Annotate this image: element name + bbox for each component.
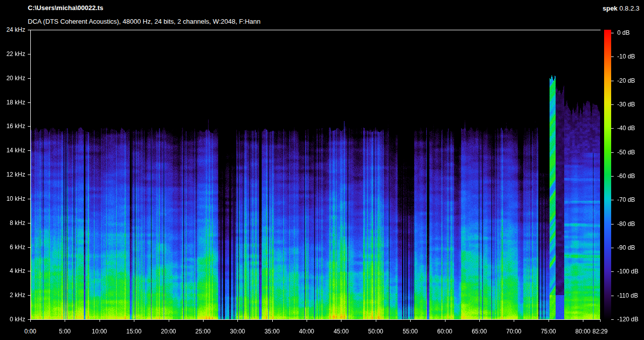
time-tick-label: 55:00 [399, 328, 421, 335]
time-tick-label: 65:00 [468, 328, 490, 335]
app-version: 0.8.2.3 [619, 5, 639, 12]
db-tick-mark [611, 248, 614, 248]
db-tick-label: 0 dB [617, 29, 630, 36]
db-tick-label: -120 dB [617, 316, 638, 323]
db-tick-mark [611, 224, 614, 224]
time-tick-mark [479, 320, 480, 322]
time-tick-label: 50:00 [365, 328, 387, 335]
db-tick-mark [611, 81, 614, 81]
db-tick-mark [611, 56, 614, 57]
db-legend-gradient-bar [604, 30, 611, 320]
time-tick-mark [514, 320, 514, 322]
time-tick-mark [169, 320, 169, 322]
time-tick-label: 45:00 [330, 328, 352, 335]
db-tick-label: -100 dB [617, 268, 638, 275]
time-tick-mark [100, 320, 100, 322]
freq-tick-mark [28, 102, 30, 103]
time-axis-line [30, 319, 601, 320]
db-tick-mark [611, 200, 614, 200]
time-tick-label: 0:00 [19, 328, 41, 335]
db-tick-label: -90 dB [617, 244, 635, 251]
file-path-title: C:\Users\micha\00022.ts [28, 4, 104, 12]
time-tick-mark [410, 320, 411, 322]
db-tick-mark [611, 176, 614, 177]
freq-tick-label: 8 kHz [0, 219, 25, 226]
time-tick-label: 82:29 [589, 328, 611, 335]
time-tick-mark [600, 320, 601, 322]
time-tick-label: 10:00 [88, 328, 111, 335]
freq-tick-label: 24 kHz [0, 26, 25, 33]
time-tick-mark [583, 320, 583, 322]
freq-tick-label: 6 kHz [0, 244, 25, 251]
time-tick-label: 5:00 [54, 328, 76, 335]
freq-tick-mark [28, 126, 30, 127]
time-tick-mark [237, 320, 238, 322]
db-tick-mark [611, 152, 614, 153]
db-tick-mark [611, 128, 614, 129]
stream-info-text: DCA (DTS Coherent Acoustics), 48000 Hz, … [28, 18, 261, 25]
time-tick-label: 20:00 [158, 328, 180, 335]
time-tick-mark [203, 320, 204, 322]
db-tick-label: -30 dB [617, 101, 635, 108]
time-tick-mark [134, 320, 134, 322]
time-tick-label: 60:00 [434, 328, 456, 335]
time-tick-label: 75:00 [537, 328, 560, 335]
time-tick-mark [307, 320, 307, 322]
freq-tick-mark [28, 271, 30, 271]
freq-tick-label: 18 kHz [0, 99, 25, 106]
spectrogram-canvas [30, 30, 600, 319]
time-tick-mark [30, 320, 31, 322]
time-tick-label: 70:00 [503, 328, 525, 335]
freq-tick-label: 4 kHz [0, 267, 25, 274]
freq-axis-line [30, 30, 31, 320]
time-tick-mark [65, 320, 65, 322]
db-tick-mark [611, 319, 614, 320]
time-tick-mark [549, 320, 549, 322]
db-tick-label: -70 dB [617, 196, 635, 203]
time-tick-mark [376, 320, 376, 322]
time-tick-label: 30:00 [226, 328, 249, 335]
freq-tick-label: 14 kHz [0, 147, 25, 154]
time-tick-label: 40:00 [295, 328, 318, 335]
freq-tick-label: 0 kHz [0, 316, 25, 323]
db-tick-label: -80 dB [617, 220, 635, 228]
freq-tick-label: 22 kHz [0, 50, 25, 58]
db-tick-mark [611, 33, 614, 33]
freq-tick-mark [28, 247, 30, 248]
db-tick-label: -60 dB [617, 173, 635, 180]
db-tick-label: -10 dB [617, 53, 635, 60]
db-tick-label: -20 dB [617, 77, 635, 84]
time-tick-mark [272, 320, 273, 322]
app-brand: spek 0.8.2.3 [603, 5, 639, 12]
freq-tick-label: 2 kHz [0, 292, 25, 299]
db-tick-label: -50 dB [617, 149, 635, 156]
time-tick-mark [341, 320, 341, 322]
freq-tick-label: 20 kHz [0, 75, 25, 82]
time-tick-mark [445, 320, 445, 322]
db-tick-mark [611, 296, 614, 296]
db-tick-label: -110 dB [617, 292, 638, 299]
db-tick-mark [611, 104, 614, 105]
freq-tick-mark [28, 54, 30, 54]
freq-tick-label: 12 kHz [0, 171, 25, 178]
time-tick-label: 25:00 [192, 328, 214, 335]
time-tick-label: 15:00 [123, 328, 145, 335]
freq-tick-mark [28, 295, 30, 296]
freq-tick-mark [28, 199, 30, 199]
app-name: spek [603, 5, 618, 12]
plot-top-border [30, 30, 601, 30]
freq-tick-mark [28, 223, 30, 223]
db-tick-label: -40 dB [617, 125, 635, 132]
freq-tick-mark [28, 78, 30, 79]
freq-tick-label: 10 kHz [0, 195, 25, 202]
freq-tick-label: 16 kHz [0, 123, 25, 130]
freq-tick-mark [28, 150, 30, 151]
db-tick-mark [611, 271, 614, 272]
freq-tick-mark [28, 175, 30, 175]
time-tick-label: 35:00 [261, 328, 283, 335]
freq-tick-mark [28, 30, 30, 30]
